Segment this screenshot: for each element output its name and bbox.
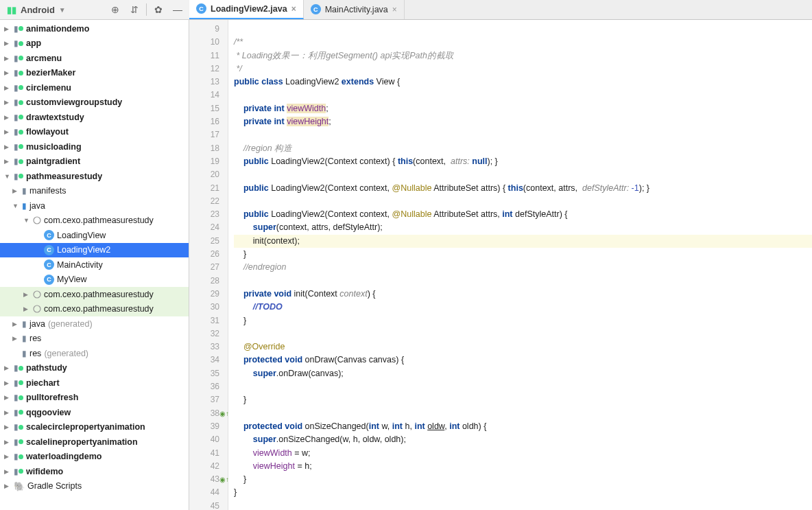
hide-icon[interactable]: — (170, 2, 185, 17)
chevron-right-icon: ▶ (12, 335, 19, 342)
svg-point-1 (34, 291, 40, 298)
class-LoadingView2[interactable]: CLoadingView2 (0, 243, 189, 258)
code-editor[interactable]: 9101112131415161718192021222324252627282… (189, 20, 812, 510)
module-customviewgroupstudy[interactable]: ▶▮customviewgroupstudy (0, 95, 189, 111)
module-animationdemo[interactable]: ▶▮animationdemo (0, 21, 189, 36)
manifests-folder[interactable]: ▶ ▮ manifests (0, 184, 189, 199)
project-tree[interactable]: ▶▮animationdemo▶▮app▶▮arcmenu▶▮bezierMak… (0, 20, 189, 510)
module-scalecirclepropertyanimation[interactable]: ▶▮scalecirclepropertyanimation (0, 420, 189, 435)
module-flowlayout[interactable]: ▶▮flowlayout (0, 125, 189, 140)
target-icon[interactable]: ⊕ (108, 2, 123, 17)
class-file-icon: C (44, 275, 54, 285)
class-file-icon: C (311, 4, 321, 14)
folder-icon: ▮ (14, 113, 19, 122)
chevron-right-icon: ▶ (12, 321, 19, 327)
java-gen-folder[interactable]: ▶ ▮ java (generated) (0, 316, 189, 332)
class-label: LoadingView (57, 231, 106, 240)
java-folder[interactable]: ▼ ▮ java (0, 198, 189, 213)
folder-icon: ▮ (14, 172, 19, 181)
chevron-right-icon: ▶ (4, 55, 11, 62)
close-icon[interactable]: × (291, 4, 296, 14)
module-pulltorefresh[interactable]: ▶▮pulltorefresh (0, 391, 189, 406)
folder-icon: ▮ (14, 393, 19, 402)
module-circlemenu[interactable]: ▶▮circlemenu (0, 80, 189, 95)
chevron-right-icon: ▶ (23, 291, 30, 298)
test-package[interactable]: ▶ com.cexo.pathmeasurestudy (0, 302, 189, 317)
module-arcmenu[interactable]: ▶▮arcmenu (0, 51, 189, 66)
folder-icon: ▮ (14, 68, 19, 78)
project-toolbar: ▮▮ Android ▼ ⊕ ⇵ ✿ — (0, 0, 189, 20)
chevron-down-icon: ▼ (4, 173, 11, 180)
module-wifidemo[interactable]: ▶▮wifidemo (0, 464, 189, 479)
class-file-icon: C (196, 3, 206, 14)
chevron-right-icon: ▶ (4, 114, 11, 121)
gear-icon[interactable]: ✿ (151, 2, 166, 17)
class-file-icon: C (44, 230, 54, 240)
chevron-right-icon: ▶ (4, 424, 11, 430)
module-label: arcmenu (26, 54, 62, 63)
module-qqgooview[interactable]: ▶▮qqgooview (0, 405, 189, 420)
chevron-down-icon: ▼ (12, 202, 19, 209)
module-label: scalecirclepropertyanimation (26, 422, 145, 432)
package-label: com.cexo.pathmeasurestudy (44, 290, 154, 299)
module-label: pulltorefresh (26, 393, 78, 402)
package-label: com.cexo.pathmeasurestudy (44, 304, 154, 314)
folder-icon: ▮ (14, 24, 19, 34)
chevron-right-icon: ▶ (4, 40, 11, 47)
chevron-right-icon: ▶ (4, 25, 11, 32)
folder-icon: ▮ (22, 186, 27, 196)
class-LoadingView[interactable]: CLoadingView (0, 228, 189, 243)
module-selector[interactable]: ▮▮ Android ▼ (0, 5, 73, 15)
gradle-scripts[interactable]: ▶ 🐘 Gradle Scripts (0, 479, 189, 494)
module-label: piechart (26, 378, 60, 388)
folder-icon: ▮ (14, 38, 19, 48)
folder-icon: ▮ (14, 97, 19, 107)
tab-label: MainActivity.java (325, 5, 388, 14)
class-file-icon: C (44, 245, 54, 255)
module-label: pathstudy (26, 363, 67, 373)
module-label: circlemenu (26, 83, 71, 93)
chevron-right-icon: ▶ (12, 187, 19, 194)
module-scalelinepropertyanimation[interactable]: ▶▮scalelinepropertyanimation (0, 434, 189, 450)
package[interactable]: ▼ com.cexo.pathmeasurestudy (0, 213, 189, 229)
folder-icon: ▮ (14, 157, 19, 166)
class-MainActivity[interactable]: CMainActivity (0, 257, 189, 273)
close-icon[interactable]: × (392, 5, 397, 14)
chevron-right-icon: ▶ (4, 439, 11, 445)
editor-tabs: C LoadingView2.java × C MainActivity.jav… (189, 0, 812, 20)
module-label: musicloading (26, 142, 82, 152)
collapse-icon[interactable]: ⇵ (127, 2, 142, 17)
module-label: bezierMaker (26, 68, 75, 78)
package-label: com.cexo.pathmeasurestudy (44, 216, 154, 225)
override-icon[interactable]: ◉↑ (221, 473, 228, 486)
tab-mainactivity[interactable]: C MainActivity.java × (304, 0, 405, 19)
override-icon[interactable]: ◉↑ (221, 407, 228, 420)
module-bezierMaker[interactable]: ▶▮bezierMaker (0, 66, 189, 81)
chevron-right-icon: ▶ (4, 143, 11, 150)
code[interactable]: /** * Loading效果一：利用getSegment() api实现Pat… (228, 20, 812, 510)
module-label: qqgooview (26, 408, 71, 417)
module-pathstudy[interactable]: ▶▮pathstudy (0, 361, 189, 376)
chevron-right-icon: ▶ (4, 69, 11, 76)
module-musicloading[interactable]: ▶▮musicloading (0, 139, 189, 154)
test-package[interactable]: ▶ com.cexo.pathmeasurestudy (0, 287, 189, 302)
chevron-down-icon: ▼ (59, 6, 66, 14)
tab-label: LoadingView2.java (211, 4, 287, 14)
chevron-right-icon: ▶ (4, 380, 11, 386)
res-gen-folder[interactable]: ▮ res (generated) (0, 346, 189, 361)
tab-loadingview2[interactable]: C LoadingView2.java × (189, 0, 304, 19)
module-drawtextstudy[interactable]: ▶▮drawtextstudy (0, 110, 189, 125)
res-folder[interactable]: ▶ ▮ res (0, 332, 189, 347)
module-label: waterloadingdemo (26, 452, 102, 461)
module-label: scalelinepropertyanimation (26, 437, 138, 447)
module-pathmeasurestudy[interactable]: ▼ ▮ pathmeasurestudy (0, 169, 189, 184)
module-paintgradient[interactable]: ▶▮paintgradient (0, 154, 189, 170)
folder-icon: ▮ (14, 363, 19, 373)
chevron-down-icon: ▼ (23, 217, 30, 224)
class-MyView[interactable]: CMyView (0, 273, 189, 288)
module-label: customviewgroupstudy (26, 97, 122, 107)
module-app[interactable]: ▶▮app (0, 36, 189, 51)
module-piechart[interactable]: ▶▮piechart (0, 375, 189, 391)
module-waterloadingdemo[interactable]: ▶▮waterloadingdemo (0, 450, 189, 465)
folder-icon: ▮ (14, 378, 19, 388)
